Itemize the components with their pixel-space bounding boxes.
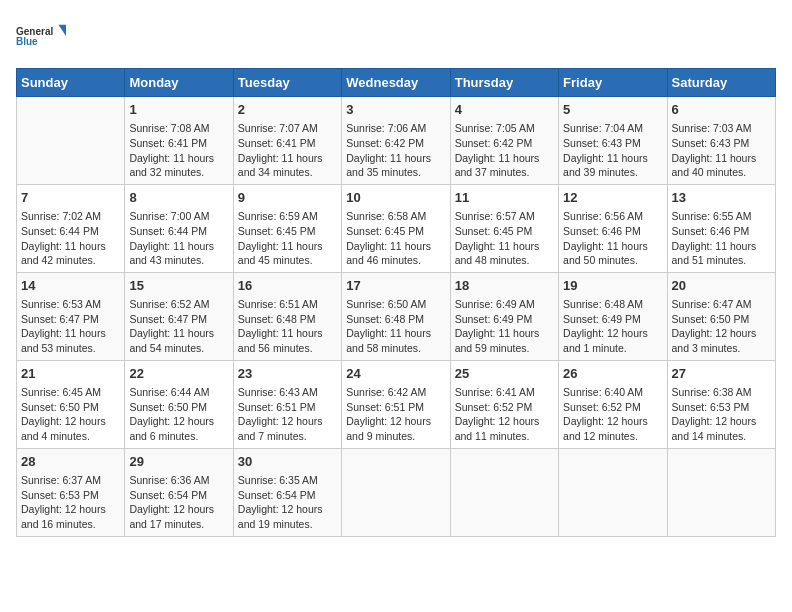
day-number: 24: [346, 365, 445, 383]
day-info: Sunrise: 6:45 AM Sunset: 6:50 PM Dayligh…: [21, 385, 120, 444]
day-number: 13: [672, 189, 771, 207]
day-info: Sunrise: 6:56 AM Sunset: 6:46 PM Dayligh…: [563, 209, 662, 268]
calendar-cell: 4Sunrise: 7:05 AM Sunset: 6:42 PM Daylig…: [450, 97, 558, 185]
calendar-cell: 26Sunrise: 6:40 AM Sunset: 6:52 PM Dayli…: [559, 360, 667, 448]
day-number: 15: [129, 277, 228, 295]
day-number: 28: [21, 453, 120, 471]
calendar-cell: 7Sunrise: 7:02 AM Sunset: 6:44 PM Daylig…: [17, 184, 125, 272]
col-header-monday: Monday: [125, 69, 233, 97]
calendar-cell: 21Sunrise: 6:45 AM Sunset: 6:50 PM Dayli…: [17, 360, 125, 448]
day-info: Sunrise: 6:53 AM Sunset: 6:47 PM Dayligh…: [21, 297, 120, 356]
day-info: Sunrise: 6:37 AM Sunset: 6:53 PM Dayligh…: [21, 473, 120, 532]
day-number: 4: [455, 101, 554, 119]
day-number: 7: [21, 189, 120, 207]
day-info: Sunrise: 6:51 AM Sunset: 6:48 PM Dayligh…: [238, 297, 337, 356]
calendar-cell: 13Sunrise: 6:55 AM Sunset: 6:46 PM Dayli…: [667, 184, 775, 272]
calendar-cell: 28Sunrise: 6:37 AM Sunset: 6:53 PM Dayli…: [17, 448, 125, 536]
week-row-3: 14Sunrise: 6:53 AM Sunset: 6:47 PM Dayli…: [17, 272, 776, 360]
calendar-cell: 14Sunrise: 6:53 AM Sunset: 6:47 PM Dayli…: [17, 272, 125, 360]
day-info: Sunrise: 6:52 AM Sunset: 6:47 PM Dayligh…: [129, 297, 228, 356]
day-number: 14: [21, 277, 120, 295]
day-number: 25: [455, 365, 554, 383]
day-info: Sunrise: 7:00 AM Sunset: 6:44 PM Dayligh…: [129, 209, 228, 268]
day-number: 12: [563, 189, 662, 207]
col-header-saturday: Saturday: [667, 69, 775, 97]
calendar-cell: 24Sunrise: 6:42 AM Sunset: 6:51 PM Dayli…: [342, 360, 450, 448]
week-row-4: 21Sunrise: 6:45 AM Sunset: 6:50 PM Dayli…: [17, 360, 776, 448]
day-info: Sunrise: 7:05 AM Sunset: 6:42 PM Dayligh…: [455, 121, 554, 180]
header-row: SundayMondayTuesdayWednesdayThursdayFrid…: [17, 69, 776, 97]
col-header-thursday: Thursday: [450, 69, 558, 97]
calendar-cell: [17, 97, 125, 185]
week-row-2: 7Sunrise: 7:02 AM Sunset: 6:44 PM Daylig…: [17, 184, 776, 272]
day-info: Sunrise: 7:07 AM Sunset: 6:41 PM Dayligh…: [238, 121, 337, 180]
day-number: 19: [563, 277, 662, 295]
calendar-cell: 23Sunrise: 6:43 AM Sunset: 6:51 PM Dayli…: [233, 360, 341, 448]
day-number: 11: [455, 189, 554, 207]
calendar-cell: [450, 448, 558, 536]
calendar-cell: [667, 448, 775, 536]
day-number: 29: [129, 453, 228, 471]
calendar-cell: 6Sunrise: 7:03 AM Sunset: 6:43 PM Daylig…: [667, 97, 775, 185]
calendar-cell: 3Sunrise: 7:06 AM Sunset: 6:42 PM Daylig…: [342, 97, 450, 185]
day-number: 30: [238, 453, 337, 471]
day-info: Sunrise: 6:48 AM Sunset: 6:49 PM Dayligh…: [563, 297, 662, 356]
day-info: Sunrise: 6:42 AM Sunset: 6:51 PM Dayligh…: [346, 385, 445, 444]
day-number: 20: [672, 277, 771, 295]
day-info: Sunrise: 6:59 AM Sunset: 6:45 PM Dayligh…: [238, 209, 337, 268]
week-row-5: 28Sunrise: 6:37 AM Sunset: 6:53 PM Dayli…: [17, 448, 776, 536]
calendar-cell: 5Sunrise: 7:04 AM Sunset: 6:43 PM Daylig…: [559, 97, 667, 185]
day-info: Sunrise: 7:06 AM Sunset: 6:42 PM Dayligh…: [346, 121, 445, 180]
day-number: 6: [672, 101, 771, 119]
calendar-cell: 8Sunrise: 7:00 AM Sunset: 6:44 PM Daylig…: [125, 184, 233, 272]
day-number: 22: [129, 365, 228, 383]
calendar-cell: 18Sunrise: 6:49 AM Sunset: 6:49 PM Dayli…: [450, 272, 558, 360]
logo: General Blue: [16, 16, 66, 56]
calendar-cell: 22Sunrise: 6:44 AM Sunset: 6:50 PM Dayli…: [125, 360, 233, 448]
calendar-cell: 9Sunrise: 6:59 AM Sunset: 6:45 PM Daylig…: [233, 184, 341, 272]
calendar-cell: 29Sunrise: 6:36 AM Sunset: 6:54 PM Dayli…: [125, 448, 233, 536]
calendar-cell: 19Sunrise: 6:48 AM Sunset: 6:49 PM Dayli…: [559, 272, 667, 360]
calendar-cell: [342, 448, 450, 536]
day-info: Sunrise: 7:03 AM Sunset: 6:43 PM Dayligh…: [672, 121, 771, 180]
calendar-cell: 25Sunrise: 6:41 AM Sunset: 6:52 PM Dayli…: [450, 360, 558, 448]
calendar-cell: 2Sunrise: 7:07 AM Sunset: 6:41 PM Daylig…: [233, 97, 341, 185]
calendar-cell: 16Sunrise: 6:51 AM Sunset: 6:48 PM Dayli…: [233, 272, 341, 360]
day-number: 3: [346, 101, 445, 119]
col-header-friday: Friday: [559, 69, 667, 97]
calendar-cell: 30Sunrise: 6:35 AM Sunset: 6:54 PM Dayli…: [233, 448, 341, 536]
day-info: Sunrise: 7:02 AM Sunset: 6:44 PM Dayligh…: [21, 209, 120, 268]
page-header: General Blue: [16, 16, 776, 56]
calendar-cell: 1Sunrise: 7:08 AM Sunset: 6:41 PM Daylig…: [125, 97, 233, 185]
day-number: 18: [455, 277, 554, 295]
day-info: Sunrise: 6:55 AM Sunset: 6:46 PM Dayligh…: [672, 209, 771, 268]
day-info: Sunrise: 6:57 AM Sunset: 6:45 PM Dayligh…: [455, 209, 554, 268]
calendar-cell: 27Sunrise: 6:38 AM Sunset: 6:53 PM Dayli…: [667, 360, 775, 448]
day-number: 1: [129, 101, 228, 119]
calendar-cell: 11Sunrise: 6:57 AM Sunset: 6:45 PM Dayli…: [450, 184, 558, 272]
day-number: 10: [346, 189, 445, 207]
day-number: 9: [238, 189, 337, 207]
svg-marker-2: [59, 25, 67, 36]
col-header-wednesday: Wednesday: [342, 69, 450, 97]
day-number: 16: [238, 277, 337, 295]
svg-text:Blue: Blue: [16, 36, 38, 47]
calendar-cell: 17Sunrise: 6:50 AM Sunset: 6:48 PM Dayli…: [342, 272, 450, 360]
day-info: Sunrise: 6:50 AM Sunset: 6:48 PM Dayligh…: [346, 297, 445, 356]
day-info: Sunrise: 6:38 AM Sunset: 6:53 PM Dayligh…: [672, 385, 771, 444]
day-number: 23: [238, 365, 337, 383]
day-number: 8: [129, 189, 228, 207]
week-row-1: 1Sunrise: 7:08 AM Sunset: 6:41 PM Daylig…: [17, 97, 776, 185]
day-info: Sunrise: 6:49 AM Sunset: 6:49 PM Dayligh…: [455, 297, 554, 356]
day-info: Sunrise: 6:43 AM Sunset: 6:51 PM Dayligh…: [238, 385, 337, 444]
calendar-cell: [559, 448, 667, 536]
svg-text:General: General: [16, 26, 53, 37]
day-info: Sunrise: 6:36 AM Sunset: 6:54 PM Dayligh…: [129, 473, 228, 532]
calendar-cell: 20Sunrise: 6:47 AM Sunset: 6:50 PM Dayli…: [667, 272, 775, 360]
day-number: 21: [21, 365, 120, 383]
calendar-table: SundayMondayTuesdayWednesdayThursdayFrid…: [16, 68, 776, 537]
day-number: 17: [346, 277, 445, 295]
day-number: 27: [672, 365, 771, 383]
day-info: Sunrise: 6:40 AM Sunset: 6:52 PM Dayligh…: [563, 385, 662, 444]
calendar-cell: 10Sunrise: 6:58 AM Sunset: 6:45 PM Dayli…: [342, 184, 450, 272]
